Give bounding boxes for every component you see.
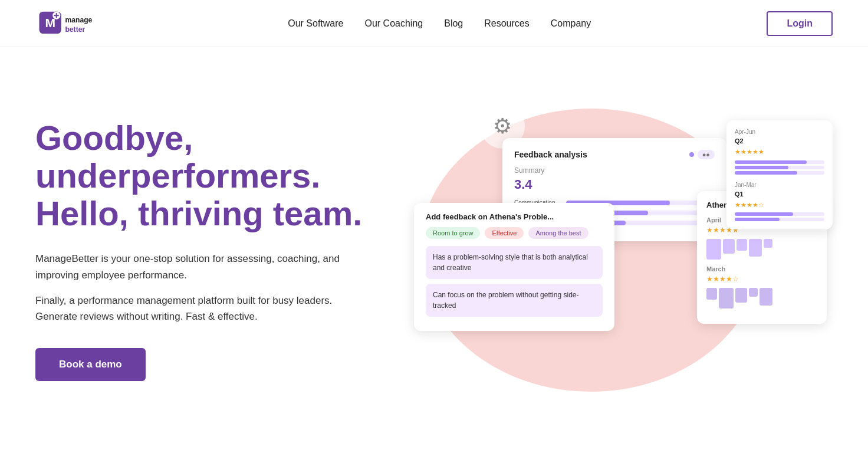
- svg-text:⚙: ⚙: [493, 114, 512, 138]
- hero-section: Goodbye, underperformers. Hello, thrivin…: [0, 47, 868, 453]
- hero-left: Goodbye, underperformers. Hello, thrivin…: [35, 119, 366, 381]
- summary-score: 3.4: [514, 177, 715, 192]
- nav-item-blog[interactable]: Blog: [444, 18, 463, 29]
- rating-bar-row-4: [735, 212, 824, 216]
- rating-bar-fill-4: [735, 212, 793, 216]
- logo-icon: M manage better: [35, 6, 112, 41]
- rating-period-label-2: Jan-Mar: [735, 182, 824, 188]
- rating-bar-fill-1: [735, 160, 807, 164]
- project-stars-march: ★★★★☆: [706, 275, 817, 283]
- hero-headline: Goodbye, underperformers. Hello, thrivin…: [35, 119, 366, 232]
- project-bar-m1: [706, 288, 717, 300]
- pill-among-best: Among the best: [528, 227, 588, 239]
- nav-item-resources[interactable]: Resources: [484, 18, 529, 29]
- project-bars-march: [706, 288, 817, 308]
- svg-text:manage: manage: [65, 15, 92, 24]
- header: M manage better Our Software Our Coachin…: [0, 0, 868, 47]
- rating-bar-track-4: [735, 212, 824, 216]
- project-bar-5: [764, 239, 772, 248]
- rating-bar-track-5: [735, 218, 824, 221]
- pill-room-to-grow: Room to grow: [426, 227, 480, 239]
- rating-period-1: Apr-Jun Q2 ★★★★★: [735, 129, 764, 156]
- rating-section-2: Jan-Mar Q1 ★★★★☆: [735, 182, 824, 221]
- project-bar-m4: [749, 288, 758, 297]
- project-bar-1: [706, 239, 721, 260]
- badge-dot: [689, 152, 694, 157]
- hero-subtext2: Finally, a performance management platfo…: [35, 293, 366, 324]
- project-bar-m2: [719, 288, 734, 308]
- rating-bars-1: [735, 160, 824, 175]
- rating-bar-row-3: [735, 171, 824, 175]
- feedback-item-2: Can focus on the problem without getting…: [426, 284, 603, 317]
- project-bars-april: [706, 239, 817, 260]
- badge-label: ●●: [698, 150, 715, 159]
- rating-quarter-1: Q2: [735, 137, 764, 145]
- rating-bar-track-1: [735, 160, 824, 164]
- pill-effective: Effective: [485, 227, 524, 239]
- nav-item-our-software[interactable]: Our Software: [288, 18, 343, 29]
- hero-headline-line2: Hello, thriving team.: [35, 194, 362, 232]
- feedback-analysis-title: Feedback analysis: [514, 150, 587, 159]
- project-month-march: March: [706, 265, 817, 273]
- card-main-header: Feedback analysis ●●: [514, 150, 715, 159]
- hero-subtext1: ManageBetter is your one-stop solution f…: [35, 251, 366, 283]
- rating-bars-2: [735, 212, 824, 221]
- login-button[interactable]: Login: [767, 11, 833, 36]
- book-demo-button[interactable]: Book a demo: [35, 348, 146, 381]
- nav-item-our-coaching[interactable]: Our Coaching: [365, 18, 423, 29]
- project-bar-4: [749, 239, 762, 257]
- add-feedback-title: Add feedback on Athena's Proble...: [426, 212, 603, 221]
- project-bar-m3: [735, 288, 747, 303]
- pill-row: Room to grow Effective Among the best: [426, 227, 603, 239]
- logo[interactable]: M manage better: [35, 6, 112, 41]
- project-bar-m5: [760, 288, 772, 306]
- svg-text:better: better: [65, 25, 85, 33]
- rating-stars-1: ★★★★★: [735, 148, 764, 156]
- summary-label: Summary: [514, 166, 715, 175]
- project-bar-3: [737, 239, 747, 251]
- rating-bar-fill-3: [735, 171, 797, 175]
- rating-card: Apr-Jun Q2 ★★★★★: [726, 120, 833, 229]
- add-feedback-card: Add feedback on Athena's Proble... Room …: [414, 203, 614, 331]
- main-nav: Our Software Our Coaching Blog Resources…: [288, 18, 591, 29]
- rating-bar-row-2: [735, 166, 824, 169]
- rating-bar-row-1: [735, 160, 824, 164]
- feedback-item-1: Has a problem-solving style that is both…: [426, 246, 603, 279]
- hero-illustration: ⚙ Feedback analysis ●● Summary 3.4 Commu…: [384, 85, 833, 415]
- rating-bar-fill-2: [735, 166, 788, 169]
- rating-bar-fill-5: [735, 218, 780, 221]
- nav-item-company[interactable]: Company: [551, 18, 591, 29]
- hero-headline-line1: Goodbye, underperformers.: [35, 119, 320, 195]
- project-bar-2: [723, 239, 735, 254]
- rating-stars-2: ★★★★☆: [735, 201, 824, 209]
- rating-bar-row-5: [735, 218, 824, 221]
- card-badge: ●●: [689, 150, 715, 159]
- rating-quarter-2: Q1: [735, 191, 824, 198]
- rating-bar-track-3: [735, 171, 824, 175]
- rating-bar-track-2: [735, 166, 824, 169]
- rating-period-label-1: Apr-Jun: [735, 129, 764, 135]
